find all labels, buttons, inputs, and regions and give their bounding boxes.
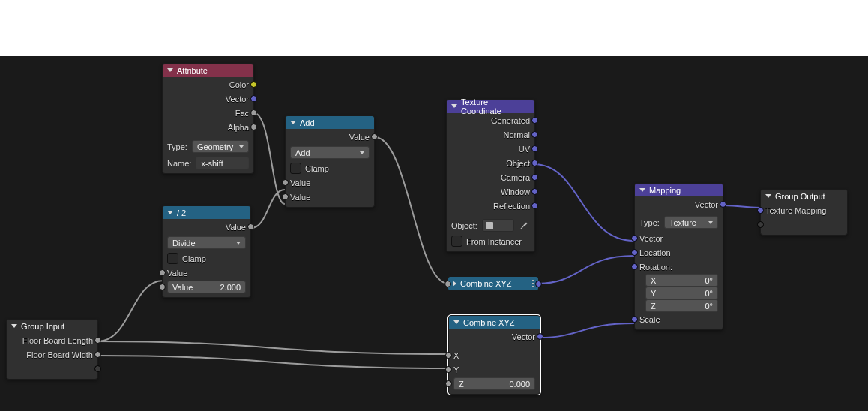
node-header[interactable]: Texture Coordinate: [447, 100, 534, 112]
attribute-name-input[interactable]: x-shift: [196, 157, 249, 170]
node-header[interactable]: Attribute: [163, 64, 253, 76]
node-header[interactable]: Combine XYZ: [449, 316, 540, 328]
node-title: Texture Coordinate: [461, 98, 530, 116]
node-group-output[interactable]: Group Output Texture Mapping: [760, 189, 848, 236]
from-instancer-checkbox[interactable]: [451, 236, 462, 247]
socket-out[interactable]: [250, 81, 257, 88]
node-header[interactable]: Group Output: [761, 190, 847, 202]
socket-in[interactable]: [445, 380, 452, 387]
socket-out[interactable]: [371, 134, 378, 140]
output-socket-row: Floor Board Length: [7, 333, 97, 347]
socket-out[interactable]: [720, 201, 726, 208]
socket-out[interactable]: [531, 174, 538, 181]
node-header[interactable]: / 2: [163, 206, 250, 219]
node-header[interactable]: Group Input: [7, 320, 97, 332]
object-picker[interactable]: [482, 219, 514, 232]
chevron-down-icon: [639, 188, 645, 192]
node-links: [0, 56, 868, 411]
socket-out[interactable]: [531, 146, 538, 152]
node-title: Group Output: [775, 192, 825, 201]
node-header[interactable]: Add: [286, 116, 374, 129]
output-socket-row: Floor Board Width: [7, 347, 97, 362]
rotation-y-input[interactable]: Y0°: [645, 286, 718, 299]
chevron-down-icon: [451, 104, 457, 108]
chevron-right-icon: [453, 280, 456, 286]
socket-out[interactable]: [531, 131, 538, 138]
value-number-input[interactable]: Value2.000: [167, 280, 246, 293]
socket-in[interactable]: [282, 194, 289, 200]
math-op-select[interactable]: Add: [290, 146, 370, 159]
socket-out[interactable]: [531, 117, 538, 124]
node-title: Combine XYZ: [463, 318, 514, 327]
node-title: Add: [300, 118, 315, 128]
socket-in[interactable]: [159, 269, 166, 276]
socket-out[interactable]: [531, 202, 538, 209]
socket-in[interactable]: [159, 284, 166, 290]
socket-in[interactable]: [631, 316, 638, 322]
socket-out[interactable]: [250, 95, 257, 102]
node-math-divide[interactable]: / 2 Value Divide Clamp Value Value2.000: [162, 206, 251, 298]
node-combine-xyz[interactable]: Combine XYZ Vector X Y Z0.000: [448, 315, 540, 394]
socket-in[interactable]: [631, 235, 638, 242]
node-group-input[interactable]: Group Input Floor Board Length Floor Boa…: [6, 319, 98, 380]
output-socket-row: [7, 362, 97, 376]
socket-in[interactable]: [757, 207, 764, 214]
socket-out[interactable]: [250, 110, 257, 116]
clamp-checkbox[interactable]: [167, 253, 178, 264]
socket-out[interactable]: [535, 280, 542, 287]
socket-in[interactable]: [282, 179, 289, 186]
socket-out-virtual[interactable]: [94, 365, 101, 372]
chevron-down-icon: [167, 68, 173, 72]
node-mapping[interactable]: Mapping Vector Type: Texture Vector Loca…: [634, 183, 723, 330]
socket-in-virtual[interactable]: [757, 221, 764, 228]
chevron-down-icon: [167, 211, 173, 214]
z-number-input[interactable]: Z0.000: [453, 377, 535, 390]
attribute-type-select[interactable]: Geometry: [192, 140, 249, 153]
chevron-down-icon: [11, 324, 17, 328]
chevron-down-icon: [290, 121, 296, 124]
collapse-grip-icon: [532, 280, 534, 287]
node-attribute[interactable]: Attribute Color Vector Fac Alpha Type: G…: [162, 63, 254, 174]
node-texture-coordinate[interactable]: Texture Coordinate Generated Normal UV O…: [446, 99, 535, 252]
socket-out[interactable]: [531, 160, 538, 166]
socket-out[interactable]: [247, 224, 254, 230]
value-const-row: Value2.000: [163, 280, 250, 294]
node-combine-xyz-collapsed[interactable]: Combine XYZ: [448, 277, 538, 290]
eyedropper-icon[interactable]: [517, 219, 530, 232]
socket-in[interactable]: [445, 352, 452, 358]
node-header[interactable]: Mapping: [635, 184, 723, 196]
mapping-type-select[interactable]: Texture: [664, 216, 718, 229]
node-title: Group Input: [21, 322, 64, 331]
object-icon: [486, 222, 493, 230]
clamp-checkbox[interactable]: [290, 163, 301, 174]
chevron-down-icon: [453, 320, 459, 324]
socket-out[interactable]: [537, 333, 543, 340]
node-title: / 2: [177, 208, 186, 218]
socket-in[interactable]: [631, 263, 638, 270]
rotation-z-input[interactable]: Z0°: [645, 299, 718, 312]
socket-in[interactable]: [444, 280, 451, 287]
rotation-x-input[interactable]: X0°: [645, 274, 718, 286]
socket-in[interactable]: [631, 249, 638, 256]
node-title: Attribute: [177, 66, 208, 75]
math-op-select[interactable]: Divide: [167, 236, 246, 249]
node-math-add[interactable]: Add Value Add Clamp Value Value: [285, 116, 375, 208]
socket-out[interactable]: [531, 188, 538, 195]
socket-in[interactable]: [445, 366, 452, 373]
node-title: Mapping: [649, 186, 681, 195]
socket-out[interactable]: [94, 351, 101, 358]
socket-out[interactable]: [94, 337, 101, 344]
socket-out[interactable]: [250, 124, 257, 130]
chevron-down-icon: [765, 194, 771, 198]
node-title: Combine XYZ: [460, 279, 511, 288]
